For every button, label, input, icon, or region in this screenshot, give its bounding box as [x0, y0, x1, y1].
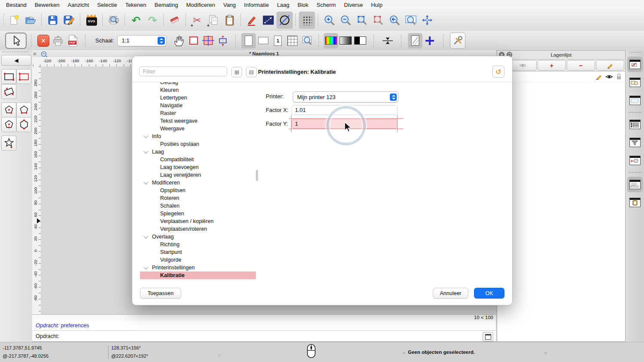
command-history[interactable]: Opdracht: preferences: [32, 320, 496, 331]
menu-diverse[interactable]: Diverse: [344, 2, 363, 8]
menu-vang[interactable]: Vang: [223, 2, 236, 8]
menu-modificeren[interactable]: Modificeren: [186, 2, 215, 8]
tree-item-tekst-weergave[interactable]: Tekst weergave: [140, 117, 256, 125]
tree-scrollbar[interactable]: [256, 170, 258, 181]
save-as-button[interactable]: [61, 12, 77, 29]
paper-outline-button[interactable]: [186, 33, 201, 48]
single-page-button[interactable]: 1: [270, 33, 285, 48]
menu-hulp[interactable]: Hulp: [371, 2, 383, 8]
tree-item-roteren[interactable]: Roteren: [140, 194, 256, 202]
tool-polygon-vertex-button[interactable]: [1, 117, 16, 132]
menu-selectie[interactable]: Selectie: [97, 2, 117, 8]
edit-layer-button[interactable]: [596, 60, 624, 71]
tree-item-lettertypen[interactable]: Lettertypen: [140, 94, 256, 102]
revert-button[interactable]: ↺: [492, 66, 504, 78]
tree-item-overlaag[interactable]: Overlaag: [140, 233, 256, 241]
draft-mode-button[interactable]: [408, 33, 422, 48]
tool-rectangle-corners-button[interactable]: [16, 69, 31, 84]
pencil-tool-button[interactable]: [244, 12, 260, 29]
print-button[interactable]: [51, 33, 65, 48]
menu-aanzicht[interactable]: Aanzicht: [68, 2, 89, 8]
menu-bestand[interactable]: Bestand: [6, 2, 27, 8]
tree-item-volgorde[interactable]: Volgorde: [140, 256, 256, 264]
fit-drawing-button[interactable]: [216, 33, 230, 48]
window-zoom-button[interactable]: [403, 12, 419, 29]
tree-item-verplaatsen-kopi-ren[interactable]: Verplaatsen / kopiëren: [140, 217, 256, 225]
selection-filter-toggle-button[interactable]: [627, 135, 643, 150]
chevron-down-icon[interactable]: [143, 234, 148, 238]
menu-bemating[interactable]: Bemating: [155, 2, 178, 8]
zoom-in-button[interactable]: [321, 12, 337, 29]
portrait-page-button[interactable]: [241, 33, 256, 48]
pan-hand-button[interactable]: [172, 33, 186, 48]
tree-item-richting[interactable]: Richting: [140, 241, 256, 248]
cancel-button[interactable]: Annuleer: [433, 288, 468, 299]
filter-input[interactable]: [139, 66, 227, 76]
delete-button[interactable]: [167, 12, 183, 29]
layer-lock-icon[interactable]: [616, 73, 622, 80]
copy-button[interactable]: +: [205, 12, 222, 29]
print-preview-button[interactable]: [106, 12, 122, 29]
pan-button[interactable]: [419, 12, 435, 29]
block-list-toggle-button[interactable]: [627, 75, 643, 90]
zoom-page-button[interactable]: [300, 33, 314, 48]
undo-button[interactable]: ↶: [128, 12, 144, 29]
view-list-toggle-button[interactable]: [627, 93, 643, 108]
menu-bewerken[interactable]: Bewerken: [35, 2, 60, 8]
layer-visible-eye-icon[interactable]: [605, 74, 613, 79]
tree-item-opsplitsen[interactable]: Opsplitsen: [140, 187, 256, 194]
save-button[interactable]: [45, 12, 61, 29]
stepper-icon[interactable]: [158, 37, 165, 45]
clipboard-panel-toggle-button[interactable]: [627, 195, 643, 210]
tree-item-verplaatsen-roteren[interactable]: Verplaatsen/roteren: [140, 225, 256, 233]
menu-laag[interactable]: Laag: [277, 2, 289, 8]
flatten-button[interactable]: [380, 33, 395, 48]
tool-rotated-rectangle-button[interactable]: [1, 84, 16, 99]
tree-item-modificeren[interactable]: Modificeren: [140, 179, 256, 187]
zoom-out-button[interactable]: [337, 12, 354, 29]
tool-hexagon-button[interactable]: [16, 117, 31, 132]
menu-tekenen[interactable]: Tekenen: [125, 2, 146, 8]
tree-item-laag-toevoegen[interactable]: Laag toevoegen: [140, 163, 256, 171]
full-color-button[interactable]: [324, 33, 338, 48]
chevron-down-icon[interactable]: [143, 265, 148, 269]
menu-scherm[interactable]: Scherm: [316, 2, 336, 8]
layer-edit-pencil-icon[interactable]: [596, 73, 602, 80]
open-file-button[interactable]: [22, 12, 39, 29]
landscape-page-button[interactable]: [256, 33, 270, 48]
settings-button[interactable]: [450, 33, 465, 49]
ok-button[interactable]: OK: [474, 288, 504, 299]
selection-pointer-button[interactable]: [5, 33, 27, 49]
previous-view-button[interactable]: [386, 12, 403, 29]
tool-star-button[interactable]: [1, 136, 16, 151]
svg-export-button[interactable]: SVG: [83, 12, 100, 29]
command-line-toggle-button[interactable]: [627, 177, 643, 192]
grid-toggle-button[interactable]: [299, 12, 315, 29]
chevron-down-icon[interactable]: [143, 133, 148, 138]
black-white-button[interactable]: [353, 33, 368, 48]
cut-button[interactable]: ✂+: [189, 12, 205, 29]
line-tool-button[interactable]: [260, 12, 276, 29]
command-line[interactable]: Opdracht:: [32, 331, 496, 342]
multi-page-button[interactable]: [285, 33, 300, 48]
tool-polygon-side-button[interactable]: [16, 103, 31, 118]
tree-item-laag[interactable]: Laag: [140, 148, 256, 156]
library-browser-toggle-button[interactable]: [627, 153, 643, 168]
tree-item-kleuren[interactable]: Kleuren: [140, 86, 256, 94]
tree-item-info[interactable]: Info: [140, 133, 256, 140]
remove-layer-button[interactable]: −: [567, 60, 595, 71]
tree-item-kalibratie[interactable]: Kalibratie: [140, 272, 256, 279]
add-layer-button[interactable]: +: [538, 60, 566, 71]
layer-row[interactable]: 0: [497, 72, 625, 82]
back-button[interactable]: ◀: [1, 55, 31, 66]
zoom-selection-button[interactable]: [370, 12, 386, 29]
tool-rectangle-size-button[interactable]: [1, 69, 16, 84]
tree-item-gedrag[interactable]: Gedrag: [140, 82, 256, 86]
collapse-tree-button[interactable]: ⊟: [246, 67, 257, 77]
property-editor-toggle-button[interactable]: [627, 117, 643, 132]
no-fill-toggle-button[interactable]: [276, 12, 293, 29]
tree-item-navigatie[interactable]: Navigatie: [140, 102, 256, 109]
auto-zoom-button[interactable]: [354, 12, 370, 29]
expand-tree-button[interactable]: ⊞: [231, 67, 242, 77]
tree-item-raster[interactable]: Raster: [140, 109, 256, 117]
